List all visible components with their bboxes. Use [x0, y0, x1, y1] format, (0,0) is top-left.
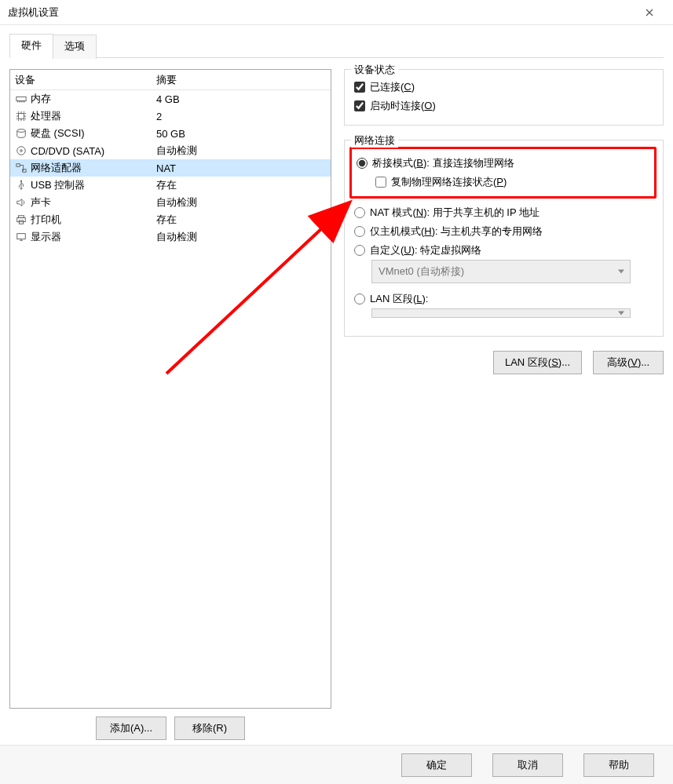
device-summary: 自动检测 — [156, 144, 327, 158]
advanced-button[interactable]: 高级(V)... — [593, 351, 664, 374]
device-name: 显示器 — [31, 230, 61, 244]
device-summary: 自动检测 — [156, 230, 327, 244]
svg-point-7 — [20, 181, 21, 182]
lan-select[interactable] — [371, 308, 631, 318]
device-state-fieldset: 设备状态 已连接(C) 启动时连接(O) — [344, 69, 664, 126]
device-name: 硬盘 (SCSI) — [31, 126, 85, 140]
vmnet-select[interactable]: VMnet0 (自动桥接) — [371, 260, 631, 283]
device-row-cpu[interactable]: 处理器2 — [10, 108, 331, 125]
disc-icon — [15, 145, 27, 157]
svg-rect-0 — [16, 97, 25, 100]
vmnet-select-wrap: VMnet0 (自动桥接) — [371, 260, 631, 283]
connect-at-poweron-label[interactable]: 启动时连接(O) — [370, 99, 436, 113]
close-button[interactable] — [632, 1, 667, 24]
printer-icon — [15, 214, 27, 226]
svg-rect-11 — [16, 234, 25, 239]
nat-radio[interactable] — [354, 207, 365, 218]
device-summary: 4 GB — [156, 93, 327, 105]
svg-rect-9 — [16, 217, 25, 221]
header-device: 设备 — [15, 73, 156, 87]
connected-row: 已连接(C) — [354, 78, 655, 97]
device-state-legend: 设备状态 — [351, 63, 398, 77]
titlebar: 虚拟机设置 — [0, 0, 673, 25]
connected-checkbox[interactable] — [354, 82, 365, 93]
device-row-sound[interactable]: 声卡自动检测 — [10, 194, 331, 211]
replicate-label[interactable]: 复制物理网络连接状态(P) — [391, 175, 507, 189]
lan-row: LAN 区段(L): — [354, 290, 655, 308]
close-icon — [646, 9, 653, 16]
replicate-checkbox[interactable] — [375, 177, 386, 188]
left-panel: 设备 摘要 内存4 GB处理器2硬盘 (SCSI)50 GBCD/DVD (SA… — [9, 69, 331, 740]
device-name: USB 控制器 — [31, 178, 85, 192]
lan-label[interactable]: LAN 区段(L): — [370, 292, 428, 306]
nat-label[interactable]: NAT 模式(N): 用于共享主机的 IP 地址 — [370, 206, 539, 220]
right-panel: 设备状态 已连接(C) 启动时连接(O) 网络连接 桥接模式(B): 直接连接物… — [344, 69, 664, 740]
device-name: 打印机 — [31, 213, 61, 227]
svg-rect-1 — [18, 114, 24, 119]
device-row-net[interactable]: 网络适配器NAT — [10, 159, 331, 177]
device-name: CD/DVD (SATA) — [31, 145, 104, 157]
device-name: 内存 — [31, 92, 51, 106]
bridged-highlight-box: 桥接模式(B): 直接连接物理网络 复制物理网络连接状态(P) — [349, 147, 657, 199]
hostonly-row: 仅主机模式(H): 与主机共享的专用网络 — [354, 222, 655, 241]
disk-icon — [15, 128, 27, 140]
device-name: 网络适配器 — [31, 161, 82, 175]
device-row-disk[interactable]: 硬盘 (SCSI)50 GB — [10, 125, 331, 142]
device-row-usb[interactable]: USB 控制器存在 — [10, 177, 331, 194]
custom-row: 自定义(U): 特定虚拟网络 — [354, 241, 655, 260]
tab-hardware[interactable]: 硬件 — [9, 34, 53, 58]
sound-icon — [15, 197, 27, 209]
network-connection-legend: 网络连接 — [351, 133, 398, 148]
lan-radio[interactable] — [354, 294, 365, 304]
bridged-row: 桥接模式(B): 直接连接物理网络 — [357, 154, 649, 173]
connect-at-poweron-checkbox[interactable] — [354, 100, 365, 111]
tabs: 硬件 选项 — [9, 33, 664, 57]
window-title: 虚拟机设置 — [8, 5, 632, 20]
hostonly-label[interactable]: 仅主机模式(H): 与主机共享的专用网络 — [370, 224, 543, 239]
memory-icon — [15, 93, 27, 105]
device-summary: 2 — [156, 111, 327, 122]
svg-point-4 — [20, 150, 22, 152]
device-row-disc[interactable]: CD/DVD (SATA)自动检测 — [10, 142, 331, 159]
device-summary: 自动检测 — [156, 195, 327, 210]
device-summary: 存在 — [156, 213, 327, 227]
custom-label[interactable]: 自定义(U): 特定虚拟网络 — [370, 243, 481, 257]
device-row-memory[interactable]: 内存4 GB — [10, 90, 331, 108]
device-list[interactable]: 设备 摘要 内存4 GB处理器2硬盘 (SCSI)50 GBCD/DVD (SA… — [9, 69, 331, 709]
cancel-button[interactable]: 取消 — [492, 753, 563, 777]
lan-select-wrap — [371, 308, 631, 318]
remove-button[interactable]: 移除(R) — [174, 717, 245, 740]
ok-button[interactable]: 确定 — [401, 753, 472, 777]
bridged-label[interactable]: 桥接模式(B): 直接连接物理网络 — [372, 156, 514, 170]
usb-icon — [15, 180, 27, 191]
help-button[interactable]: 帮助 — [583, 753, 654, 777]
tab-options[interactable]: 选项 — [53, 35, 97, 59]
svg-rect-5 — [16, 164, 19, 167]
add-button[interactable]: 添加(A)... — [96, 717, 166, 740]
connected-label[interactable]: 已连接(C) — [370, 80, 415, 94]
content-area: 硬件 选项 设备 摘要 内存4 GB处理器2硬盘 (SCSI)50 GBCD/D… — [0, 25, 673, 745]
svg-point-3 — [16, 147, 25, 155]
device-row-display[interactable]: 显示器自动检测 — [10, 228, 331, 246]
net-icon — [15, 162, 27, 174]
hostonly-radio[interactable] — [354, 226, 365, 237]
left-buttons: 添加(A)... 移除(R) — [9, 717, 331, 740]
device-summary: NAT — [156, 162, 327, 174]
cpu-icon — [15, 111, 27, 122]
network-connection-fieldset: 网络连接 桥接模式(B): 直接连接物理网络 复制物理网络连接状态(P) NAT… — [344, 140, 664, 337]
custom-radio[interactable] — [354, 245, 365, 256]
nat-row: NAT 模式(N): 用于共享主机的 IP 地址 — [354, 203, 655, 222]
connect-at-poweron-row: 启动时连接(O) — [354, 97, 655, 115]
lan-segments-button[interactable]: LAN 区段(S)... — [493, 351, 582, 374]
display-icon — [15, 232, 27, 243]
device-list-header: 设备 摘要 — [10, 70, 331, 90]
device-summary: 50 GB — [156, 128, 327, 140]
device-row-printer[interactable]: 打印机存在 — [10, 211, 331, 228]
bridged-radio[interactable] — [357, 158, 368, 169]
device-name: 处理器 — [31, 109, 61, 123]
svg-point-2 — [16, 129, 25, 133]
device-summary: 存在 — [156, 178, 327, 192]
tab-underline — [9, 57, 664, 58]
bottom-bar: 确定 取消 帮助 — [0, 745, 673, 784]
right-buttons: LAN 区段(S)... 高级(V)... — [344, 351, 664, 374]
